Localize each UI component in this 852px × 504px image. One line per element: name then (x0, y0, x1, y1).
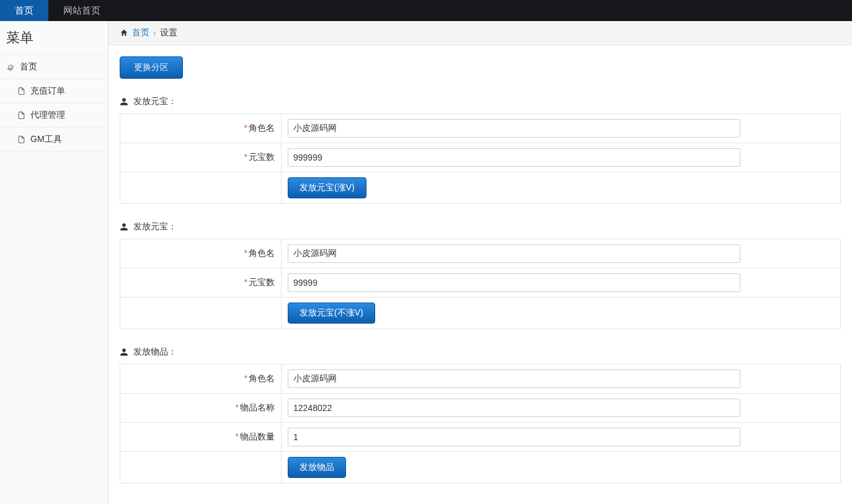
sidebar-item-label: 首页 (20, 61, 37, 73)
required-mark: * (236, 402, 239, 412)
sidebar: 菜单 首页 充值订单 代理管理 GM工具 (0, 21, 109, 504)
required-mark: * (244, 123, 247, 133)
required-mark: * (244, 152, 247, 162)
issue-yuanbao-no-v-button[interactable]: 发放元宝(不涨V) (288, 303, 375, 324)
item-qty-input[interactable] (288, 428, 740, 446)
top-nav: 首页 网站首页 (0, 0, 852, 21)
field-label-role: 角色名 (249, 373, 275, 383)
topnav-home[interactable]: 首页 (0, 0, 48, 21)
yuanbao-amount-input[interactable] (288, 273, 740, 292)
issue-yuanbao-v-button[interactable]: 发放元宝(涨V) (288, 177, 366, 198)
role-name-input[interactable] (288, 244, 740, 263)
required-mark: * (244, 248, 247, 258)
sidebar-item-home[interactable]: 首页 (0, 55, 108, 79)
main-content: 首页 › 设置 更换分区 发放元宝： *角色名 *元宝数 (109, 21, 852, 504)
form-yuanbao-v: *角色名 *元宝数 发放元宝(涨V) (120, 113, 841, 204)
sidebar-item-label: 代理管理 (30, 110, 65, 121)
sidebar-item-gm-tools[interactable]: GM工具 (0, 127, 108, 152)
gear-icon (6, 63, 15, 71)
person-icon (120, 348, 128, 356)
home-icon (120, 29, 128, 37)
sidebar-item-recharge[interactable]: 充值订单 (0, 79, 108, 103)
field-label-item-name: 物品名称 (240, 402, 275, 412)
person-icon (120, 97, 128, 106)
file-icon (17, 135, 25, 144)
change-zone-button[interactable]: 更换分区 (120, 56, 183, 79)
section-yuanbao-v-header: 发放元宝： (120, 96, 841, 107)
required-mark: * (244, 277, 247, 287)
section-title: 发放物品： (133, 347, 177, 358)
sidebar-item-label: GM工具 (30, 134, 62, 145)
yuanbao-amount-input[interactable] (288, 148, 740, 167)
field-label-amount: 元宝数 (249, 277, 275, 287)
field-label-amount: 元宝数 (249, 152, 275, 162)
required-mark: * (244, 373, 247, 383)
topnav-site-home[interactable]: 网站首页 (48, 0, 115, 21)
field-label-role: 角色名 (249, 123, 275, 133)
file-icon (17, 87, 25, 95)
section-title: 发放元宝： (133, 96, 177, 107)
breadcrumb: 首页 › 设置 (109, 21, 852, 45)
field-label-item-qty: 物品数量 (240, 431, 275, 441)
issue-item-button[interactable]: 发放物品 (288, 457, 346, 478)
sidebar-title: 菜单 (0, 21, 108, 55)
sidebar-item-label: 充值订单 (30, 86, 65, 97)
breadcrumb-current: 设置 (160, 27, 177, 38)
sidebar-item-agent[interactable]: 代理管理 (0, 103, 108, 127)
role-name-input[interactable] (288, 119, 740, 138)
breadcrumb-separator: › (153, 28, 156, 38)
required-mark: * (236, 431, 239, 441)
item-name-input[interactable] (288, 399, 740, 417)
section-title: 发放元宝： (133, 221, 177, 232)
field-label-role: 角色名 (249, 248, 275, 258)
breadcrumb-home-link[interactable]: 首页 (132, 27, 149, 38)
form-yuanbao-no-v: *角色名 *元宝数 发放元宝(不涨V) (120, 239, 841, 329)
person-icon (120, 223, 128, 231)
role-name-input[interactable] (288, 369, 740, 388)
file-icon (17, 111, 25, 120)
section-item-header: 发放物品： (120, 347, 841, 358)
form-item: *角色名 *物品名称 *物品数量 发放物品 (120, 364, 841, 484)
section-yuanbao-no-v-header: 发放元宝： (120, 221, 841, 232)
